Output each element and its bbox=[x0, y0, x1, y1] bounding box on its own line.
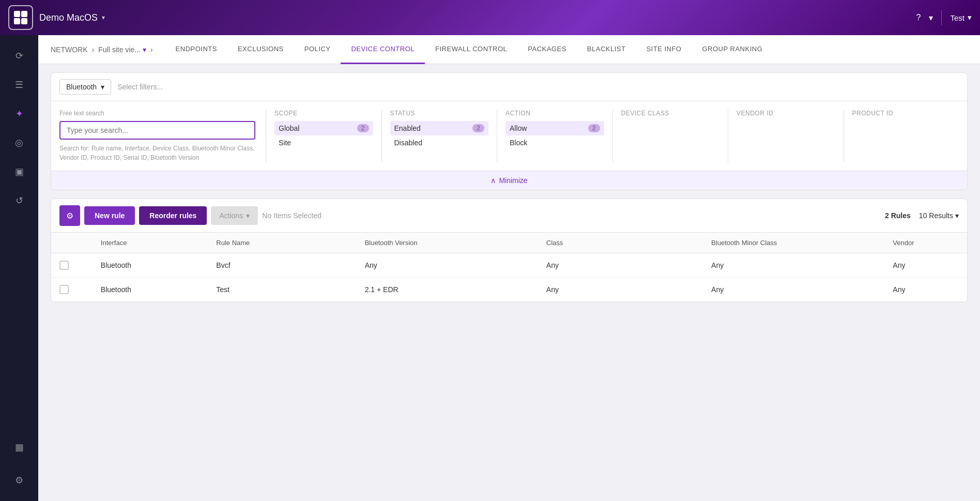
sidebar-item-refresh[interactable]: ↺ bbox=[7, 188, 32, 213]
tab-site-info[interactable]: SITE INFO bbox=[636, 35, 692, 64]
tab-firewall-control[interactable]: FIREWALL CONTROL bbox=[425, 35, 517, 64]
sidebar-item-star[interactable]: ✦ bbox=[7, 101, 32, 126]
help-chevron[interactable]: ▾ bbox=[929, 13, 933, 23]
rules-toolbar: ⚙ New rule Reorder rules Actions ▾ No It… bbox=[51, 199, 967, 233]
new-rule-button[interactable]: New rule bbox=[84, 206, 135, 225]
breadcrumb-network[interactable]: NETWORK bbox=[51, 45, 88, 54]
status-option-enabled[interactable]: Enabled 2 bbox=[390, 121, 489, 135]
tab-exclusions[interactable]: EXCLUSIONS bbox=[227, 35, 294, 64]
filter-col-product-id: Product ID bbox=[844, 110, 959, 162]
breadcrumb-site[interactable]: Full site vie... ▾ bbox=[98, 45, 146, 54]
row-class-2: Any bbox=[538, 278, 703, 302]
app-logo bbox=[8, 5, 33, 30]
filter-col-status: Status Enabled 2 Disabled bbox=[382, 110, 498, 162]
col-header-class[interactable]: Class bbox=[538, 233, 703, 253]
filter-type-chevron: ▾ bbox=[101, 83, 104, 91]
col-header-interface[interactable]: Interface bbox=[93, 233, 208, 253]
row-class-1: Any bbox=[538, 253, 703, 278]
action-option-allow[interactable]: Allow 2 bbox=[506, 121, 604, 135]
main-area: NETWORK › Full site vie... ▾ › ENDPOINTS… bbox=[38, 35, 980, 501]
row-interface-2: Bluetooth bbox=[93, 278, 208, 302]
svg-rect-3 bbox=[21, 18, 27, 24]
filter-panel: Bluetooth ▾ Select filters... Free text … bbox=[51, 72, 968, 190]
svg-rect-1 bbox=[21, 11, 27, 17]
nav-tabs: ENDPOINTS EXCLUSIONS POLICY DEVICE CONTR… bbox=[165, 35, 968, 64]
tab-group-ranking[interactable]: GROUP RANKING bbox=[692, 35, 773, 64]
sidebar-item-search[interactable]: ☰ bbox=[7, 72, 32, 97]
tab-device-control[interactable]: DEVICE CONTROL bbox=[341, 35, 425, 64]
help-button[interactable]: ? bbox=[916, 13, 921, 22]
vendor-id-label: Vendor ID bbox=[737, 110, 835, 117]
sidebar-item-monitor[interactable]: ▣ bbox=[7, 159, 32, 184]
app-title[interactable]: Demo MacOS ▾ bbox=[39, 12, 105, 23]
filter-col-scope: Scope Global 2 Site bbox=[266, 110, 382, 162]
product-id-label: Product ID bbox=[852, 110, 951, 117]
filter-col-vendor-id: Vendor ID bbox=[728, 110, 844, 162]
device-class-label: Device class bbox=[621, 110, 720, 117]
breadcrumb-chevron: › bbox=[92, 45, 95, 54]
content-area: Bluetooth ▾ Select filters... Free text … bbox=[38, 64, 980, 501]
gear-button[interactable]: ⚙ bbox=[59, 205, 80, 226]
col-header-bt-version[interactable]: Bluetooth Version bbox=[357, 233, 538, 253]
svg-rect-0 bbox=[14, 11, 20, 17]
filter-search-hint: Search for: Rule name, Interface, Device… bbox=[59, 144, 255, 162]
row-interface-1: Bluetooth bbox=[93, 253, 208, 278]
rules-panel: ⚙ New rule Reorder rules Actions ▾ No It… bbox=[51, 199, 968, 302]
row-rulename-1[interactable]: Bvcf bbox=[208, 253, 356, 278]
row-btversion-1: Any bbox=[357, 253, 538, 278]
gear-icon: ⚙ bbox=[66, 211, 73, 221]
title-chevron: ▾ bbox=[102, 14, 105, 21]
rules-count: 2 Rules 10 Results ▾ bbox=[885, 211, 959, 220]
reorder-rules-button[interactable]: Reorder rules bbox=[139, 206, 207, 225]
action-option-block[interactable]: Block bbox=[506, 135, 604, 150]
filter-type-label: Bluetooth bbox=[66, 83, 97, 91]
sidebar-item-chart[interactable]: ▦ bbox=[7, 435, 32, 460]
minimize-label: Minimize bbox=[499, 176, 527, 185]
rules-count-label: 2 Rules bbox=[885, 211, 911, 220]
navbar: NETWORK › Full site vie... ▾ › ENDPOINTS… bbox=[38, 35, 980, 64]
filter-col-device-class: Device class bbox=[613, 110, 729, 162]
status-option-disabled[interactable]: Disabled bbox=[390, 135, 489, 150]
tab-endpoints[interactable]: ENDPOINTS bbox=[165, 35, 227, 64]
scope-label: Scope bbox=[274, 110, 373, 117]
row-rulename-2[interactable]: Test bbox=[208, 278, 356, 302]
sidebar: ⟳ ☰ ✦ ◎ ▣ ↺ ▦ ⚙ bbox=[0, 35, 38, 501]
filter-header: Bluetooth ▾ Select filters... bbox=[51, 73, 967, 101]
results-dropdown[interactable]: 10 Results ▾ bbox=[919, 211, 959, 220]
breadcrumb-chevron2: › bbox=[150, 45, 153, 54]
scope-option-site[interactable]: Site bbox=[274, 135, 373, 150]
no-items-label: No Items Selected bbox=[262, 211, 321, 220]
row-checkbox-2[interactable] bbox=[51, 278, 93, 302]
tab-packages[interactable]: PACKAGES bbox=[517, 35, 577, 64]
row-btminorclass-1: Any bbox=[703, 253, 884, 278]
sidebar-item-activity[interactable]: ⟳ bbox=[7, 43, 32, 68]
filter-search-label: Free text search bbox=[59, 110, 255, 117]
tab-policy[interactable]: POLICY bbox=[294, 35, 341, 64]
table-row: Bluetooth Test 2.1 + EDR Any Any Any bbox=[51, 278, 967, 302]
topbar: Demo MacOS ▾ ? ▾ Test ▾ bbox=[0, 0, 980, 35]
filter-columns: Scope Global 2 Site Status Enable bbox=[266, 110, 959, 162]
search-input[interactable] bbox=[59, 121, 255, 140]
row-btminorclass-2: Any bbox=[703, 278, 884, 302]
sidebar-item-settings[interactable]: ⚙ bbox=[7, 468, 32, 493]
filter-select-placeholder[interactable]: Select filters... bbox=[117, 83, 163, 91]
filter-type-dropdown[interactable]: Bluetooth ▾ bbox=[59, 79, 111, 95]
minimize-icon: ∧ bbox=[491, 176, 496, 185]
topbar-right: ? ▾ Test ▾ bbox=[916, 10, 972, 25]
user-menu[interactable]: Test ▾ bbox=[950, 13, 972, 22]
row-vendor-1: Any bbox=[884, 253, 967, 278]
scope-option-global[interactable]: Global 2 bbox=[274, 121, 373, 135]
minimize-bar[interactable]: ∧ Minimize bbox=[51, 171, 967, 190]
status-label: Status bbox=[390, 110, 489, 117]
col-header-bt-minor-class[interactable]: Bluetooth Minor Class bbox=[703, 233, 884, 253]
filter-search-column: Free text search Search for: Rule name, … bbox=[59, 110, 266, 162]
col-header-check bbox=[51, 233, 93, 253]
col-header-rulename[interactable]: Rule Name bbox=[208, 233, 356, 253]
tab-blacklist[interactable]: BLACKLIST bbox=[577, 35, 636, 64]
sidebar-item-globe[interactable]: ◎ bbox=[7, 130, 32, 155]
filter-col-action: Action Allow 2 Block bbox=[497, 110, 613, 162]
table-row: Bluetooth Bvcf Any Any Any Any bbox=[51, 253, 967, 278]
breadcrumb: NETWORK › Full site vie... ▾ › bbox=[51, 45, 153, 54]
row-checkbox-1[interactable] bbox=[51, 253, 93, 278]
col-header-vendor[interactable]: Vendor bbox=[884, 233, 967, 253]
